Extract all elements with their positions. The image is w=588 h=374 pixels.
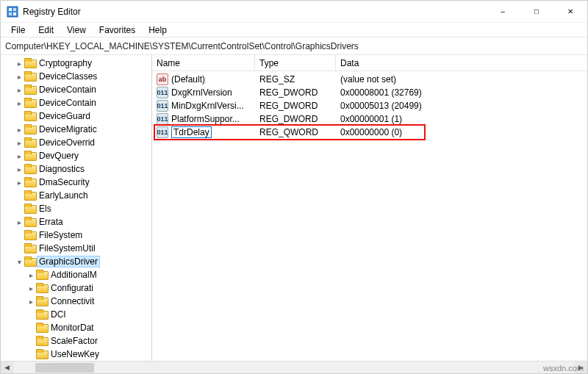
value-name-cell: 011MinDxgKrnlVersi... — [152, 100, 255, 112]
expand-icon[interactable]: ▸ — [14, 73, 24, 81]
watermark: wsxdn.com — [543, 364, 584, 373]
col-data[interactable]: Data — [336, 55, 587, 71]
svg-rect-3 — [9, 12, 12, 15]
list-header[interactable]: Name Type Data — [152, 55, 587, 71]
tree-node-label: UseNewKey — [49, 349, 101, 359]
address-bar[interactable]: Computer\HKEY_LOCAL_MACHINE\SYSTEM\Curre… — [1, 37, 587, 55]
expand-icon[interactable]: ▸ — [14, 139, 24, 147]
tree-node[interactable]: MonitorDat — [2, 321, 151, 334]
folder-icon — [24, 204, 36, 214]
tree-node[interactable]: ▸DevQuery — [2, 149, 151, 162]
tree-hscrollbar[interactable]: ◀ ▶ — [1, 361, 587, 373]
folder-icon — [24, 217, 36, 227]
list-pane[interactable]: Name Type Data ab(Default)REG_SZ(value n… — [152, 55, 587, 361]
expand-icon[interactable]: ▸ — [14, 152, 24, 160]
tree-node[interactable]: ▸DeviceContain — [2, 83, 151, 96]
tree-node-label: DevQuery — [37, 151, 80, 161]
value-row[interactable]: 011DxgKrnlVersionREG_DWORD0x00008001 (32… — [152, 86, 587, 99]
expand-icon[interactable]: ▸ — [26, 284, 36, 292]
value-data-cell: 0x00000000 (0) — [336, 127, 587, 137]
tree-node-label: DeviceContain — [37, 98, 98, 108]
expand-icon[interactable]: ▸ — [26, 298, 36, 306]
tree-node[interactable]: FileSystem — [2, 229, 151, 242]
tree-node[interactable]: ▾GraphicsDriver — [2, 255, 151, 268]
value-type-cell: REG_DWORD — [255, 87, 336, 98]
tree-node[interactable]: DCI — [2, 308, 151, 321]
folder-icon — [24, 111, 36, 121]
folder-icon — [36, 283, 48, 293]
tree-node-label: DCI — [49, 309, 68, 320]
value-row[interactable]: 011TdrDelayREG_QWORD0x00000000 (0) — [152, 126, 587, 139]
tree-node[interactable]: DeviceGuard — [2, 109, 151, 123]
folder-icon — [36, 336, 48, 346]
binary-value-icon: 011 — [157, 100, 168, 112]
folder-icon — [36, 309, 48, 320]
folder-icon — [24, 190, 36, 201]
tree-node-label: DeviceClasses — [37, 71, 98, 82]
value-name: (Default) — [171, 74, 205, 84]
value-type-cell: REG_DWORD — [255, 114, 336, 124]
scroll-thumb[interactable] — [35, 363, 94, 373]
tree-node[interactable]: EarlyLaunch — [2, 189, 151, 202]
close-button[interactable]: ✕ — [553, 1, 587, 23]
value-row[interactable]: 011MinDxgKrnlVersi...REG_DWORD0x00005013… — [152, 99, 587, 112]
menu-file[interactable]: File — [5, 24, 31, 37]
expand-icon[interactable]: ▸ — [14, 179, 24, 187]
tree-node[interactable]: ▸DmaSecurity — [2, 176, 151, 189]
value-data-cell: 0x00005013 (20499) — [336, 101, 587, 111]
tree-node[interactable]: ▸Diagnostics — [2, 162, 151, 176]
expand-icon[interactable]: ▸ — [14, 165, 24, 173]
tree-node-label: DeviceGuard — [37, 111, 92, 121]
tree-node[interactable]: ▸Errata — [2, 215, 151, 229]
minimize-button[interactable]: – — [486, 1, 520, 23]
menu-view[interactable]: View — [61, 24, 92, 37]
value-data-cell: 0x00000001 (1) — [336, 114, 587, 124]
tree-node[interactable]: Els — [2, 202, 151, 215]
menu-favorites[interactable]: Favorites — [93, 24, 141, 37]
expand-icon[interactable]: ▸ — [14, 60, 24, 68]
tree-node[interactable]: UseNewKey — [2, 348, 151, 361]
folder-icon — [24, 58, 36, 68]
tree-node-label: Diagnostics — [37, 164, 86, 174]
tree-node[interactable]: ▸Cryptography — [2, 57, 151, 70]
col-name[interactable]: Name — [152, 55, 255, 71]
tree-node[interactable]: ▸DeviceOverrid — [2, 136, 151, 149]
value-data-cell: (value not set) — [336, 74, 587, 84]
expand-icon[interactable]: ▸ — [14, 126, 24, 134]
tree-pane[interactable]: ▸Cryptography▸DeviceClasses▸DeviceContai… — [1, 55, 152, 361]
expand-icon[interactable]: ▸ — [26, 271, 36, 279]
value-type-cell: REG_SZ — [255, 74, 336, 84]
tree-node[interactable]: ▸DeviceMigratic — [2, 123, 151, 136]
tree-node[interactable]: ▸DeviceContain — [2, 96, 151, 109]
value-row[interactable]: ab(Default)REG_SZ(value not set) — [152, 73, 587, 86]
scroll-left-button[interactable]: ◀ — [1, 362, 13, 374]
menu-help[interactable]: Help — [143, 24, 173, 37]
scroll-track[interactable] — [13, 362, 575, 374]
col-type[interactable]: Type — [255, 55, 336, 71]
expand-icon[interactable]: ▸ — [14, 86, 24, 94]
tree-node[interactable]: ▸Configurati — [2, 281, 151, 295]
folder-icon — [24, 98, 36, 108]
tree-node[interactable]: ScaleFactor — [2, 334, 151, 348]
tree-node-label: DmaSecurity — [37, 177, 91, 187]
value-row[interactable]: 011PlatformSuppor...REG_DWORD0x00000001 … — [152, 112, 587, 126]
collapse-icon[interactable]: ▾ — [14, 258, 24, 266]
folder-icon — [36, 349, 48, 359]
tree-node-label: Configurati — [49, 283, 95, 293]
folder-icon — [24, 256, 36, 267]
maximize-button[interactable]: □ — [520, 1, 553, 23]
value-name[interactable]: TdrDelay — [171, 126, 212, 138]
svg-rect-1 — [9, 8, 12, 11]
tree-node[interactable]: FileSystemUtil — [2, 242, 151, 255]
tree-node[interactable]: ▸DeviceClasses — [2, 70, 151, 83]
tree-node[interactable]: ▸AdditionalM — [2, 268, 151, 281]
folder-icon — [24, 71, 36, 82]
expand-icon[interactable]: ▸ — [14, 99, 24, 107]
menu-edit[interactable]: Edit — [32, 24, 60, 37]
tree-node-label: Cryptography — [37, 58, 93, 68]
value-name-cell: 011DxgKrnlVersion — [152, 87, 255, 98]
tree-node[interactable]: ▸Connectivit — [2, 295, 151, 308]
value-name: MinDxgKrnlVersi... — [171, 101, 244, 111]
folder-icon — [24, 164, 36, 174]
expand-icon[interactable]: ▸ — [14, 218, 24, 226]
